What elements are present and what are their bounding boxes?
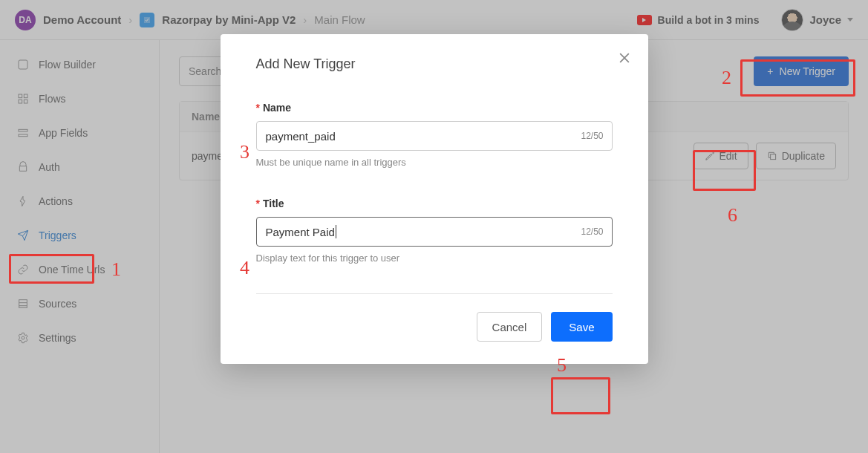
- title-field: *Title Payment Paid 12/50 Display text f…: [256, 198, 613, 264]
- save-button[interactable]: Save: [551, 312, 612, 342]
- title-counter: 12/50: [581, 226, 603, 237]
- title-label: *Title: [256, 198, 613, 209]
- title-input[interactable]: Payment Paid: [256, 217, 613, 247]
- text-cursor: [336, 225, 336, 238]
- cancel-button[interactable]: Cancel: [477, 312, 543, 342]
- close-icon: [617, 50, 632, 65]
- name-counter: 12/50: [581, 131, 603, 141]
- name-label: *Name: [256, 102, 613, 114]
- title-hint: Display text for this trigger to user: [256, 252, 613, 264]
- modal-title: Add New Trigger: [256, 56, 613, 72]
- name-input[interactable]: [256, 121, 613, 151]
- name-hint: Must be unique name in all triggers: [256, 157, 613, 168]
- modal-footer: Cancel Save: [256, 293, 613, 342]
- add-trigger-modal: Add New Trigger *Name 12/50 Must be uniq…: [221, 34, 648, 364]
- name-field: *Name 12/50 Must be unique name in all t…: [256, 102, 613, 168]
- close-button[interactable]: [617, 50, 632, 68]
